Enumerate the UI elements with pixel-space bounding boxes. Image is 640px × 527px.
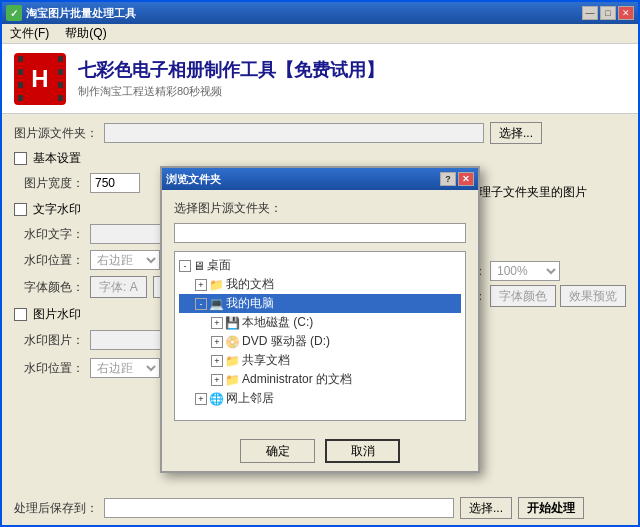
local-c-icon: 💾 [225,316,240,330]
tree-item-desktop[interactable]: - 🖥 桌面 [179,256,461,275]
expand-desktop[interactable]: - [179,260,191,272]
desktop-label: 桌面 [207,257,231,274]
film-hole [58,69,63,75]
expand-dvd-d[interactable]: + [211,336,223,348]
tree-item-shared[interactable]: + 📁 共享文档 [179,351,461,370]
dvd-icon: 📀 [225,335,240,349]
local-c-label: 本地磁盘 (C:) [242,314,313,331]
dialog-cancel-button[interactable]: 取消 [325,439,400,463]
network-label: 网上邻居 [226,390,274,407]
expand-local-c[interactable]: + [211,317,223,329]
film-holes-right [56,53,64,105]
film-strip-icon: H [31,65,48,93]
film-holes-left [16,53,24,105]
app-subtitle: 制作淘宝工程送精彩80秒视频 [78,84,384,99]
network-icon: 🌐 [209,392,224,406]
app-title: 七彩色电子相册制作工具【免费试用】 [78,58,384,82]
expand-network[interactable]: + [195,393,207,405]
dialog-content: 选择图片源文件夹： - 🖥 桌面 + 📁 [162,190,478,431]
tree-item-admin-docs[interactable]: + 📁 Administrator 的文档 [179,370,461,389]
film-hole [18,82,23,88]
expand-mycomputer[interactable]: - [195,298,207,310]
mydocs-label: 我的文档 [226,276,274,293]
admin-docs-label: Administrator 的文档 [242,371,352,388]
film-hole [18,95,23,101]
main-window: ✓ 淘宝图片批量处理工具 — □ ✕ 文件(F) 帮助(Q) H [0,0,640,527]
dialog-overlay: 浏览文件夹 ? ✕ 选择图片源文件夹： - 🖥 [2,114,638,525]
dialog-prompt: 选择图片源文件夹： [174,200,466,217]
shared-label: 共享文档 [242,352,290,369]
dialog-close-button[interactable]: ✕ [458,172,474,186]
tree-item-mydocs[interactable]: + 📁 我的文档 [179,275,461,294]
menu-file[interactable]: 文件(F) [6,24,53,43]
close-button[interactable]: ✕ [618,6,634,20]
film-hole [58,82,63,88]
dialog-ok-button[interactable]: 确定 [240,439,315,463]
title-bar-left: ✓ 淘宝图片批量处理工具 [6,5,136,21]
dialog-actions: 确定 取消 [162,431,478,471]
title-bar-controls: — □ ✕ [582,6,634,20]
film-icon: H [14,53,66,105]
tree-item-network[interactable]: + 🌐 网上邻居 [179,389,461,408]
expand-shared[interactable]: + [211,355,223,367]
menu-bar: 文件(F) 帮助(Q) [2,24,638,44]
window-title: 淘宝图片批量处理工具 [26,6,136,21]
shared-icon: 📁 [225,354,240,368]
mydocs-icon: 📁 [209,278,224,292]
dialog-title: 浏览文件夹 [166,172,221,187]
title-bar: ✓ 淘宝图片批量处理工具 — □ ✕ [2,2,638,24]
dialog-title-controls: ? ✕ [440,172,474,186]
app-header: H 七彩色电子相册制作工具【免费试用】 制作淘宝工程送精彩80秒视频 [2,44,638,114]
desktop-icon: 🖥 [193,259,205,273]
menu-help[interactable]: 帮助(Q) [61,24,110,43]
mycomputer-icon: 💻 [209,297,224,311]
tree-item-local-c[interactable]: + 💾 本地磁盘 (C:) [179,313,461,332]
tree-item-dvd-d[interactable]: + 📀 DVD 驱动器 (D:) [179,332,461,351]
dialog-title-bar: 浏览文件夹 ? ✕ [162,168,478,190]
expand-mydocs[interactable]: + [195,279,207,291]
tree-item-mycomputer[interactable]: - 💻 我的电脑 [179,294,461,313]
film-hole [18,69,23,75]
dvd-label: DVD 驱动器 (D:) [242,333,330,350]
mycomputer-label: 我的电脑 [226,295,274,312]
app-title-area: 七彩色电子相册制作工具【免费试用】 制作淘宝工程送精彩80秒视频 [78,58,384,99]
app-icon: ✓ [6,5,22,21]
main-content: 图片源文件夹： 选择... 基本设置 图片宽度： 文字水印 [2,114,638,525]
dialog-path-input[interactable] [174,223,466,243]
tree-container[interactable]: - 🖥 桌面 + 📁 我的文档 - 💻 [174,251,466,421]
browse-folder-dialog: 浏览文件夹 ? ✕ 选择图片源文件夹： - 🖥 [160,166,480,473]
film-hole [58,95,63,101]
maximize-button[interactable]: □ [600,6,616,20]
admin-docs-icon: 📁 [225,373,240,387]
dialog-help-button[interactable]: ? [440,172,456,186]
expand-admin-docs[interactable]: + [211,374,223,386]
minimize-button[interactable]: — [582,6,598,20]
film-hole [18,56,23,62]
film-hole [58,56,63,62]
